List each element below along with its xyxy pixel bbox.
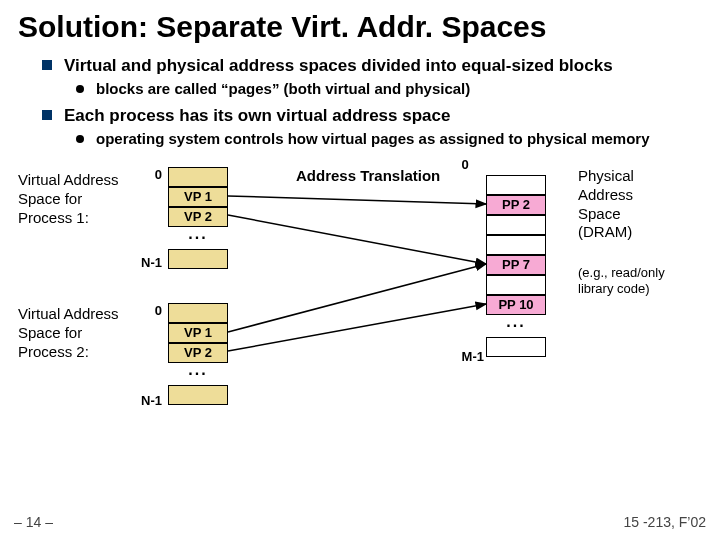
vt2-row-2: VP 2 [168, 343, 228, 363]
address-translation-label: Address Translation [296, 167, 440, 184]
vt2-row-1: VP 1 [168, 323, 228, 343]
bullet-2-sub-1: operating system controls how virtual pa… [76, 130, 702, 149]
slide: Solution: Separate Virt. Addr. Spaces Vi… [0, 0, 720, 540]
vt2-row-0 [168, 303, 228, 323]
footer-page-number: – 14 – [14, 514, 53, 530]
phys-label: Physical Address Space (DRAM) [578, 167, 678, 242]
svg-line-3 [228, 304, 486, 351]
pt-idx-m1: M-1 [448, 349, 484, 364]
pt-row-3 [486, 235, 546, 255]
vt1-idx-n1: N-1 [132, 255, 162, 270]
vt1-idx-0: 0 [132, 167, 162, 182]
pt-row-last [486, 337, 546, 357]
vt1-ellipsis: ... [168, 227, 228, 249]
svg-line-0 [228, 196, 486, 204]
pt-idx-0: 0 [450, 157, 480, 172]
slide-title: Solution: Separate Virt. Addr. Spaces [18, 10, 702, 43]
virtual-table-1: VP 1 VP 2 ... [168, 167, 228, 269]
pt-ellipsis: ... [486, 315, 546, 337]
bullet-2-text: Each process has its own virtual address… [64, 106, 450, 125]
vt1-row-last [168, 249, 228, 269]
bullet-2-sub: operating system controls how virtual pa… [76, 130, 702, 149]
pt-row-5 [486, 275, 546, 295]
vas1-label: Virtual Address Space for Process 1: [18, 171, 128, 227]
bullet-1-sub-1: blocks are called “pages” (both virtual … [76, 80, 702, 99]
pt-row-4: PP 7 [486, 255, 546, 275]
vt1-row-1: VP 1 [168, 187, 228, 207]
vt1-row-2: VP 2 [168, 207, 228, 227]
vt2-idx-n1: N-1 [132, 393, 162, 408]
vt1-row-0 [168, 167, 228, 187]
vt2-ellipsis: ... [168, 363, 228, 385]
vas2-label: Virtual Address Space for Process 2: [18, 305, 128, 361]
pt-row-6: PP 10 [486, 295, 546, 315]
bullet-1: Virtual and physical address spaces divi… [42, 55, 702, 99]
physical-table: PP 2 PP 7 PP 10 ... [486, 175, 546, 357]
vt2-row-last [168, 385, 228, 405]
bullet-2: Each process has its own virtual address… [42, 105, 702, 149]
bullet-1-text: Virtual and physical address spaces divi… [64, 56, 613, 75]
diagram: Virtual Address Space for Process 1: Vir… [18, 157, 702, 437]
svg-line-2 [228, 264, 486, 332]
phys-note: (e.g., read/only library code) [578, 265, 698, 296]
bullet-1-sub: blocks are called “pages” (both virtual … [76, 80, 702, 99]
svg-line-1 [228, 215, 486, 264]
virtual-table-2: VP 1 VP 2 ... [168, 303, 228, 405]
pt-row-1: PP 2 [486, 195, 546, 215]
pt-row-0 [486, 175, 546, 195]
footer-course: 15 -213, F’02 [624, 514, 707, 530]
vt2-idx-0: 0 [132, 303, 162, 318]
bullet-list: Virtual and physical address spaces divi… [42, 55, 702, 149]
pt-row-2 [486, 215, 546, 235]
